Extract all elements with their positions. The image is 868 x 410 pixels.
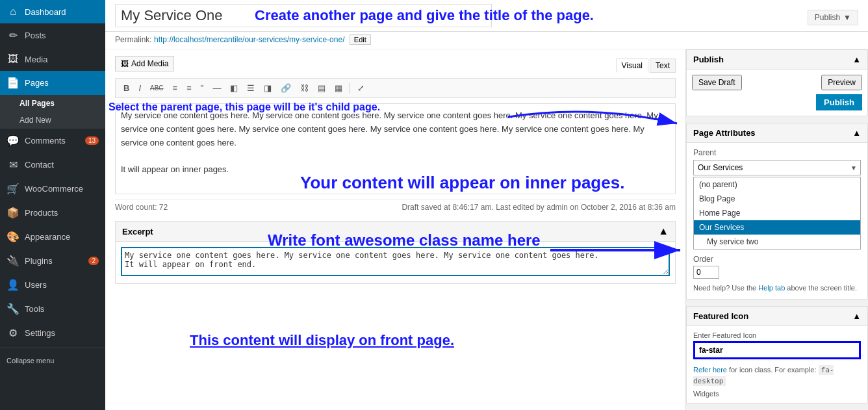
publish-toggle-icon[interactable]: ▲ (852, 55, 861, 64)
insert-button[interactable]: ▤ (314, 81, 329, 95)
hr-button[interactable]: — (209, 81, 225, 95)
sidebar-item-pages[interactable]: 📄 Pages (0, 71, 105, 95)
appearance-icon: 🎨 (6, 231, 19, 243)
text-tab[interactable]: Text (650, 58, 676, 73)
table-button[interactable]: ▦ (331, 81, 346, 95)
align-left-button[interactable]: ◧ (226, 81, 242, 95)
page-attributes-section: Page Attributes ▲ Parent Our Services ▼ … (686, 123, 868, 300)
editor-toolbar: B I ABC ≡ ≡ " — ◧ ☰ ◨ 🔗 ⛓ ▤ ▦ ⤢ (115, 78, 676, 98)
excerpt-section: Excerpt ▲ My service one content goes he… (115, 221, 676, 284)
permalink-url[interactable]: http://localhost/mercantile/our-services… (154, 35, 344, 44)
help-tab-link[interactable]: Help tab (758, 284, 785, 292)
add-media-button[interactable]: 🖼 Add Media (115, 56, 174, 71)
blockquote-button[interactable]: " (197, 81, 208, 95)
permalink-edit-button[interactable]: Edit (350, 34, 371, 45)
sidebar-item-woocommerce[interactable]: 🛒 WooCommerce (0, 177, 105, 201)
page-title-input[interactable] (115, 4, 492, 27)
dropdown-item-service-two[interactable]: My service two (694, 235, 860, 249)
order-input[interactable] (693, 266, 719, 279)
excerpt-content: My service one content goes here. My ser… (116, 242, 675, 283)
dropdown-item-our-services[interactable]: Our Services (694, 220, 860, 235)
excerpt-textarea[interactable]: My service one content goes here. My ser… (121, 247, 670, 276)
parent-select[interactable]: Our Services (693, 160, 861, 175)
widgets-note: Widgets (693, 390, 861, 398)
plugins-badge: 2 (88, 257, 99, 265)
contact-icon: ✉ (6, 159, 19, 171)
editor-paragraph-2: It will appear on inner pages. (121, 163, 670, 177)
sidebar-item-tools[interactable]: 🔧 Tools (0, 297, 105, 321)
sidebar-item-users[interactable]: 👤 Users (0, 273, 105, 297)
pages-submenu: All Pages Add New (0, 95, 105, 129)
sidebar-label-pages: Pages (25, 78, 49, 88)
unlink-button[interactable]: ⛓ (296, 81, 313, 95)
publish-actions: Save Draft Preview (692, 75, 862, 90)
sidebar-item-dashboard[interactable]: ⌂ Dashboard (0, 0, 105, 23)
dropdown-item-no-parent[interactable]: (no parent) (694, 177, 860, 192)
sidebar-item-contact[interactable]: ✉ Contact (0, 153, 105, 177)
ul-button[interactable]: ≡ (169, 81, 182, 95)
dropdown-item-blog-page[interactable]: Blog Page (694, 192, 860, 206)
add-media-label: Add Media (131, 59, 168, 68)
add-media-icon: 🖼 (121, 59, 129, 68)
dropdown-item-home-page[interactable]: Home Page (694, 206, 860, 220)
editor-panel: 🖼 Add Media Visual Text B I ABC ≡ ≡ " — … (105, 49, 686, 410)
sidebar-item-products[interactable]: 📦 Products (0, 201, 105, 225)
collapse-label: Collapse menu (6, 357, 54, 365)
italic-button[interactable]: I (134, 81, 145, 95)
bold-button[interactable]: B (120, 81, 133, 95)
sidebar-item-plugins[interactable]: 🔌 Plugins 2 (0, 249, 105, 273)
sidebar-label-comments: Comments (25, 136, 66, 146)
publish-button[interactable]: Publish (816, 94, 862, 110)
sidebar-item-appearance[interactable]: 🎨 Appearance (0, 225, 105, 249)
dashboard-icon: ⌂ (6, 6, 19, 18)
users-icon: 👤 (6, 279, 19, 291)
media-icon: 🖼 (6, 53, 19, 65)
visual-tab[interactable]: Visual (616, 58, 648, 73)
draft-saved: Draft saved at 8:46:17 am. Last edited b… (402, 203, 676, 212)
sidebar-sub-add-new[interactable]: Add New (0, 112, 105, 129)
sidebar-item-settings[interactable]: ⚙ Settings (0, 321, 105, 345)
editor-content[interactable]: My service one content goes here. My ser… (115, 103, 676, 194)
ol-button[interactable]: ≡ (183, 81, 196, 95)
sidebar-item-media[interactable]: 🖼 Media (0, 47, 105, 71)
refer-here-link[interactable]: Refer here (693, 366, 727, 374)
woocommerce-icon: 🛒 (6, 183, 19, 195)
order-label: Order (693, 255, 861, 264)
word-count-row: Word count: 72 Draft saved at 8:46:17 am… (115, 199, 676, 214)
link-button[interactable]: 🔗 (277, 81, 295, 95)
sidebar-sub-all-pages[interactable]: All Pages (0, 95, 105, 112)
sidebar-item-posts[interactable]: ✏ Posts (0, 23, 105, 47)
right-sidebar: Publish ▲ Save Draft Preview Publish Pag… (686, 49, 868, 410)
pages-icon: 📄 (6, 77, 19, 89)
help-text: Need help? Use the Help tab above the sc… (693, 283, 861, 294)
sidebar-label-tools: Tools (25, 304, 44, 314)
align-right-button[interactable]: ◨ (260, 81, 275, 95)
page-attributes-title: Page Attributes (693, 128, 756, 138)
sidebar-divider (0, 348, 105, 348)
publish-label: Publish (815, 13, 840, 22)
publish-section: Publish ▲ Save Draft Preview Publish (686, 49, 868, 116)
page-attributes-toggle[interactable]: ▲ (852, 128, 861, 138)
save-draft-button[interactable]: Save Draft (692, 75, 742, 90)
sidebar-collapse[interactable]: Collapse menu (0, 351, 105, 370)
abc-button[interactable]: ABC (146, 83, 168, 94)
featured-icon-body: Enter Featured Icon Refer here for icon … (687, 326, 867, 403)
excerpt-toggle[interactable]: ▲ (658, 225, 669, 237)
featured-icon-toggle[interactable]: ▲ (852, 311, 861, 321)
sidebar-item-comments[interactable]: 💬 Comments 13 (0, 129, 105, 153)
editor-paragraph-1: My service one content goes here. My ser… (121, 109, 670, 149)
featured-icon-input-label: Enter Featured Icon (693, 331, 861, 339)
featured-icon-title: Featured Icon (693, 311, 748, 321)
featured-icon-input[interactable] (693, 341, 861, 359)
align-center-button[interactable]: ☰ (243, 81, 259, 95)
page-attributes-header: Page Attributes ▲ (687, 123, 867, 143)
tools-icon: 🔧 (6, 303, 19, 315)
toolbar-separator (350, 83, 350, 94)
preview-button[interactable]: Preview (821, 75, 862, 90)
fullscreen-button[interactable]: ⤢ (353, 81, 368, 95)
sidebar-label-appearance: Appearance (25, 232, 70, 242)
posts-icon: ✏ (6, 29, 19, 42)
sidebar-label-settings: Settings (25, 328, 55, 338)
excerpt-title: Excerpt (122, 227, 153, 237)
settings-icon: ⚙ (6, 327, 19, 339)
